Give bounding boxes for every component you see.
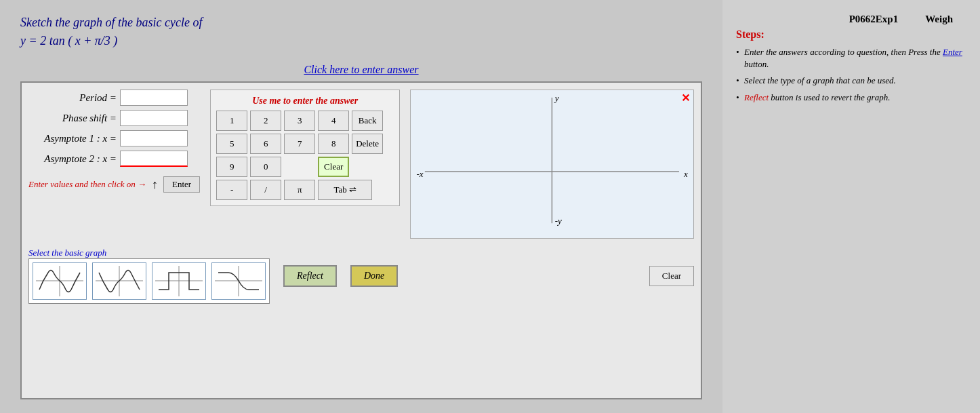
arrow-up-icon: ↑ xyxy=(152,178,158,192)
graph-area: ✕ xyxy=(410,90,694,239)
select-graph-col: Select the basic graph xyxy=(28,248,270,304)
key-7[interactable]: 7 xyxy=(284,134,315,154)
problem-line2: y = 2 tan ( x + π/3 ) xyxy=(20,32,702,50)
step-3: Reflect button is used to revert the gra… xyxy=(736,92,966,104)
graph-svg xyxy=(411,90,693,238)
asym1-input[interactable] xyxy=(120,130,188,146)
phase-shift-input[interactable] xyxy=(120,110,188,126)
step-1: Enter the answers according to question,… xyxy=(736,46,966,71)
header-row: P0662Exp1 Weigh xyxy=(736,10,966,28)
enter-link: Enter xyxy=(943,47,962,57)
keypad-title: Use me to enter the answer xyxy=(216,96,394,106)
period-label: Period = xyxy=(28,92,117,104)
click-here-link[interactable]: Click here to enter answer xyxy=(304,64,418,75)
x-neg-label: -x xyxy=(417,169,424,180)
key-5[interactable]: 5 xyxy=(216,134,247,154)
click-here-area: Click here to enter answer xyxy=(20,64,702,76)
x-pos-label: x xyxy=(684,169,688,180)
key-slash[interactable]: / xyxy=(250,180,281,200)
graph-selector xyxy=(28,258,270,304)
key-9[interactable]: 9 xyxy=(216,157,247,177)
enter-prompt: Enter values and then click on → xyxy=(28,179,146,190)
main-box-bottom: Select the basic graph xyxy=(28,248,694,304)
done-button[interactable]: Done xyxy=(350,265,398,287)
graph-option-3[interactable] xyxy=(152,262,206,300)
key-back[interactable]: Back xyxy=(352,111,383,131)
key-1[interactable]: 1 xyxy=(216,111,247,131)
keypad-section: Use me to enter the answer 1 2 3 4 Back … xyxy=(210,90,400,206)
phase-shift-label: Phase shift = xyxy=(28,113,117,124)
keypad-row4: - / π Tab ⇌ xyxy=(216,180,394,200)
problem-statement: Sketch the graph of the basic cycle of y… xyxy=(20,14,702,50)
keypad-grid: 1 2 3 4 Back 5 6 7 8 Delete 9 0 xyxy=(216,111,394,177)
problem-id: P0662Exp1 xyxy=(849,14,899,25)
period-input[interactable] xyxy=(120,90,188,106)
right-panel: P0662Exp1 Weigh Steps: Enter the answers… xyxy=(722,0,980,413)
reflect-text: Reflect xyxy=(744,92,769,102)
key-8[interactable]: 8 xyxy=(318,134,349,154)
y-neg-label: -y xyxy=(555,216,562,227)
reflect-button[interactable]: Reflect xyxy=(283,265,337,287)
graph-option-4-svg xyxy=(215,266,262,296)
graph-option-2[interactable] xyxy=(92,262,146,300)
asym1-label: Asymptote 1 : x = xyxy=(28,133,117,144)
key-minus[interactable]: - xyxy=(216,180,247,200)
key-clear[interactable]: Clear xyxy=(318,157,349,177)
enter-button[interactable]: Enter xyxy=(163,176,200,193)
key-0[interactable]: 0 xyxy=(250,157,281,177)
key-empty xyxy=(284,157,315,177)
y-pos-label: y xyxy=(555,93,559,104)
key-placeholder xyxy=(352,157,383,177)
graph-option-1[interactable] xyxy=(33,262,87,300)
main-interactive-box: Period = Phase shift = Asymptote 1 : x =… xyxy=(20,81,702,399)
key-pi[interactable]: π xyxy=(284,180,315,200)
step-2: Select the type of a graph that can be u… xyxy=(736,75,966,87)
period-row: Period = xyxy=(28,90,200,106)
key-6[interactable]: 6 xyxy=(250,134,281,154)
steps-title: Steps: xyxy=(736,28,966,41)
graph-option-3-svg xyxy=(155,266,203,296)
asym2-label: Asymptote 2 : x = xyxy=(28,153,117,165)
graph-option-2-svg xyxy=(96,266,143,296)
key-3[interactable]: 3 xyxy=(284,111,315,131)
input-fields-section: Period = Phase shift = Asymptote 1 : x =… xyxy=(28,90,200,193)
key-2[interactable]: 2 xyxy=(250,111,281,131)
weight-label: Weigh xyxy=(925,14,953,25)
problem-line1: Sketch the graph of the basic cycle of xyxy=(20,14,702,32)
asym1-row: Asymptote 1 : x = xyxy=(28,130,200,146)
key-4[interactable]: 4 xyxy=(318,111,349,131)
key-delete[interactable]: Delete xyxy=(352,134,383,154)
clear-bottom-button[interactable]: Clear xyxy=(649,266,694,286)
select-graph-label: Select the basic graph xyxy=(28,248,270,258)
steps-list: Enter the answers according to question,… xyxy=(736,46,966,104)
phase-shift-row: Phase shift = xyxy=(28,110,200,126)
graph-option-4[interactable] xyxy=(211,262,266,300)
graph-option-1-svg xyxy=(36,266,83,296)
asym2-input[interactable] xyxy=(120,151,188,167)
enter-row: Enter values and then click on → ↑ Enter xyxy=(28,176,200,193)
asym2-row: Asymptote 2 : x = xyxy=(28,151,200,167)
key-tab[interactable]: Tab ⇌ xyxy=(318,180,372,200)
